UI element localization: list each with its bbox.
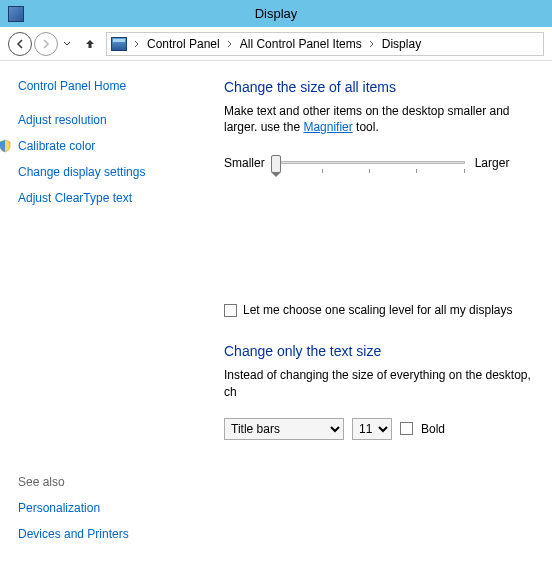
breadcrumb-display[interactable]: Display [382, 37, 421, 51]
display-icon [8, 6, 24, 22]
size-slider-row: Smaller Larger [224, 153, 542, 173]
heading-size-all: Change the size of all items [224, 79, 542, 95]
description-text-size: Instead of changing the size of everythi… [224, 367, 542, 399]
size-slider[interactable] [275, 153, 465, 173]
bold-checkbox[interactable] [400, 422, 413, 435]
chevron-right-icon[interactable] [131, 38, 143, 50]
scaling-checkbox-row: Let me choose one scaling level for all … [224, 303, 542, 317]
description-size-all: Make text and other items on the desktop… [224, 103, 542, 135]
sidebar-devices-printers[interactable]: Devices and Printers [18, 527, 200, 541]
history-dropdown[interactable] [60, 41, 74, 47]
shield-icon [0, 139, 12, 153]
see-also-label: See also [18, 475, 200, 489]
sidebar-adjust-resolution[interactable]: Adjust resolution [18, 113, 200, 127]
sidebar-personalization[interactable]: Personalization [18, 501, 200, 515]
sidebar-calibrate-color[interactable]: Calibrate color [18, 139, 95, 153]
text-size-controls: Title bars 11 Bold [224, 418, 542, 440]
forward-button[interactable] [34, 32, 58, 56]
breadcrumb-control-panel[interactable]: Control Panel [147, 37, 220, 51]
address-bar[interactable]: Control Panel All Control Panel Items Di… [106, 32, 544, 56]
heading-text-size: Change only the text size [224, 343, 542, 359]
magnifier-link[interactable]: Magnifier [303, 120, 352, 134]
main-pane: Change the size of all items Make text a… [210, 61, 552, 563]
chevron-right-icon[interactable] [224, 38, 236, 50]
slider-max-label: Larger [475, 156, 510, 170]
sidebar-home[interactable]: Control Panel Home [18, 79, 200, 93]
window-title: Display [24, 6, 528, 21]
up-button[interactable] [80, 34, 100, 54]
item-select[interactable]: Title bars [224, 418, 344, 440]
size-select[interactable]: 11 [352, 418, 392, 440]
scaling-checkbox[interactable] [224, 304, 237, 317]
back-button[interactable] [8, 32, 32, 56]
chevron-right-icon[interactable] [366, 38, 378, 50]
breadcrumb-all-items[interactable]: All Control Panel Items [240, 37, 362, 51]
sidebar: Control Panel Home Adjust resolution Cal… [0, 61, 210, 563]
sidebar-change-display-settings[interactable]: Change display settings [18, 165, 200, 179]
display-monitor-icon [111, 37, 127, 51]
bold-label[interactable]: Bold [421, 422, 445, 436]
navigation-bar: Control Panel All Control Panel Items Di… [0, 27, 552, 61]
content-area: Control Panel Home Adjust resolution Cal… [0, 61, 552, 563]
slider-thumb[interactable] [271, 155, 281, 173]
scaling-checkbox-label[interactable]: Let me choose one scaling level for all … [243, 303, 512, 317]
titlebar: Display [0, 0, 552, 27]
slider-min-label: Smaller [224, 156, 265, 170]
sidebar-adjust-cleartype[interactable]: Adjust ClearType text [18, 191, 200, 205]
